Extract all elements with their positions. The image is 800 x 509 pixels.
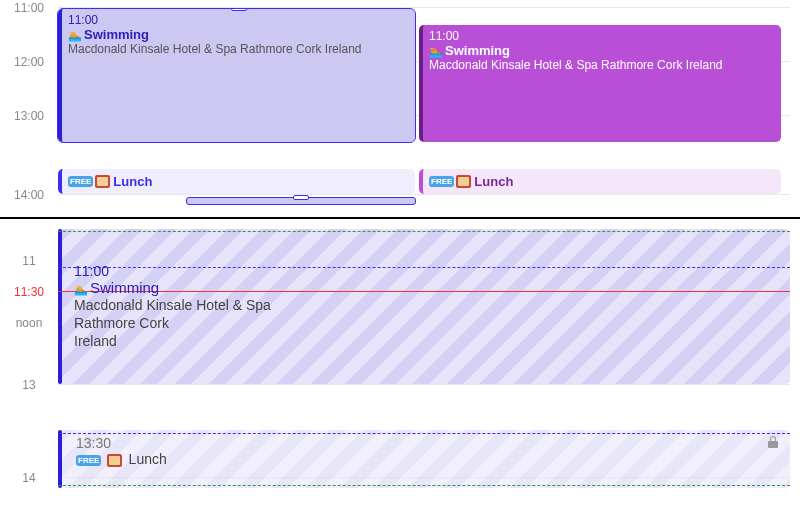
calendar-grid[interactable]: 11:00 Swimming Macdonald Kinsale Hotel &…: [58, 0, 790, 217]
event-time: 13:30: [76, 435, 776, 451]
event-lunch-left[interactable]: FREE Lunch: [58, 169, 415, 194]
event-location-line: Ireland: [74, 332, 271, 350]
drag-handle-top[interactable]: [293, 195, 309, 200]
calendar-top-view: 11:00 12:00 13:00 14:00 11:00 Swimming M…: [0, 0, 800, 217]
drag-ghost-bar[interactable]: [186, 197, 416, 205]
availability-line: [58, 485, 790, 486]
time-label-13: 13:00: [0, 109, 58, 123]
time-label-noon: noon: [0, 316, 58, 330]
event-location-line: Macdonald Kinsale Hotel & Spa: [74, 296, 271, 314]
event-location: Macdonald Kinsale Hotel & Spa Rathmore C…: [68, 42, 409, 57]
event-title: Swimming: [84, 27, 149, 42]
time-label-14: 14: [0, 471, 58, 485]
event-swimming-right[interactable]: 11:00 Swimming Macdonald Kinsale Hotel &…: [419, 25, 781, 142]
calendar-badge-icon: [456, 175, 471, 188]
event-lunch[interactable]: 13:30 FREE Lunch: [68, 432, 784, 470]
lock-icon: [768, 436, 778, 448]
event-title: Lunch: [113, 174, 152, 189]
event-title: Swimming: [90, 279, 159, 296]
calendar-bottom-view: 11 11:30 noon 13 14 11:00 Swimming Macdo…: [0, 217, 800, 507]
hour-line: [58, 194, 790, 195]
current-time-label: 11:30: [0, 285, 58, 299]
event-swimming[interactable]: 11:00 Swimming Macdonald Kinsale Hotel &…: [64, 257, 281, 357]
event-location-line: Rathmore Cork: [74, 314, 271, 332]
event-title: Lunch: [474, 174, 513, 189]
swim-icon: [68, 27, 84, 42]
event-time: 11:00: [68, 13, 409, 27]
time-label-11: 11: [0, 254, 58, 268]
free-badge: FREE: [76, 455, 101, 466]
event-leftbar: [58, 229, 62, 384]
hour-line: [58, 7, 790, 8]
hour-line: [58, 384, 790, 385]
free-badge: FREE: [68, 176, 93, 187]
time-gutter: 11:00 12:00 13:00 14:00: [0, 0, 58, 217]
event-lunch-right[interactable]: FREE Lunch: [419, 169, 781, 194]
time-label-12: 12:00: [0, 55, 58, 69]
calendar-badge-icon: [95, 175, 110, 188]
calendar-grid[interactable]: 11:00 Swimming Macdonald Kinsale Hotel &…: [58, 219, 790, 507]
availability-line: [58, 231, 790, 232]
event-title: Lunch: [129, 451, 167, 467]
event-time: 11:00: [74, 263, 271, 279]
calendar-badge-icon: [107, 454, 122, 467]
time-label-13: 13: [0, 378, 58, 392]
event-swimming-left[interactable]: 11:00 Swimming Macdonald Kinsale Hotel &…: [58, 9, 415, 142]
event-location: Macdonald Kinsale Hotel & Spa Rathmore C…: [429, 58, 775, 73]
time-label-14: 14:00: [0, 188, 58, 202]
swim-icon: [429, 43, 445, 58]
time-label-11: 11:00: [0, 1, 58, 15]
drag-handle-top[interactable]: [231, 9, 247, 11]
free-badge: FREE: [429, 176, 454, 187]
event-leftbar: [58, 430, 62, 488]
swim-icon: [74, 279, 90, 296]
time-gutter: 11 11:30 noon 13 14: [0, 219, 58, 507]
event-title: Swimming: [445, 43, 510, 58]
event-time: 11:00: [429, 29, 775, 43]
